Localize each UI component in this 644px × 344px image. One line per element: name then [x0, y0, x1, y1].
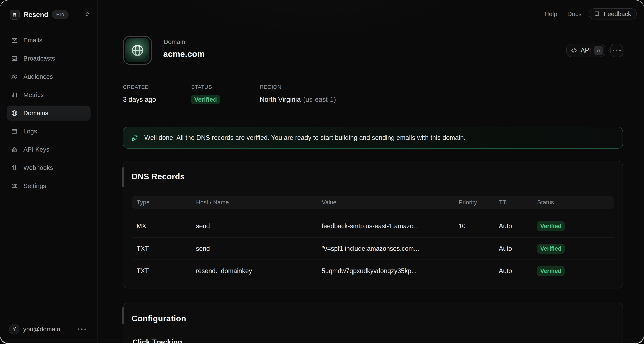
feedback-button[interactable]: Feedback — [589, 8, 637, 20]
column-value: Value — [322, 196, 336, 209]
table-row[interactable]: MX send feedback-smtp.us-east-1.amazo...… — [132, 215, 614, 237]
table-header: Type Host / Name Value Priority TTL Stat… — [132, 196, 614, 209]
success-banner: Well done! All the DNS records are verif… — [123, 127, 623, 148]
feedback-bubble-icon — [594, 11, 600, 17]
inbox-icon — [11, 55, 18, 62]
table-row[interactable]: TXT send "v=spf1 include:amazonses.com..… — [132, 237, 614, 260]
main-content: Help Docs Feedback Domain acme.com — [98, 0, 644, 343]
created-value: 3 days ago — [123, 95, 191, 104]
help-link[interactable]: Help — [544, 10, 558, 18]
region-code: (us-east-1) — [303, 96, 336, 104]
click-tracking-label: Click Tracking — [132, 338, 182, 343]
page-kicker: Domain — [164, 38, 185, 45]
sidebar-item-logs[interactable]: Logs — [7, 124, 90, 139]
docs-link[interactable]: Docs — [568, 10, 582, 18]
region-value: North Virginia — [260, 96, 301, 104]
rows-icon — [11, 128, 18, 135]
ellipsis-icon — [613, 50, 621, 51]
party-popper-icon — [131, 134, 139, 142]
mail-icon — [11, 37, 18, 44]
status-badge: Verified — [537, 221, 565, 231]
workspace-name: Resend — [24, 11, 48, 18]
user-email: you@domain.... — [23, 326, 67, 333]
domain-header: Domain acme.com API A — [123, 36, 623, 65]
topbar: Help Docs Feedback — [544, 8, 637, 20]
region-label: REGION — [260, 84, 336, 90]
sidebar-item-webhooks[interactable]: Webhooks — [7, 160, 90, 175]
sidebar-item-metrics[interactable]: Metrics — [7, 87, 90, 102]
card-indicator — [122, 167, 124, 187]
domain-globe-icon — [123, 36, 152, 65]
user-menu-ellipsis-icon[interactable] — [78, 328, 86, 330]
sidebar-nav: Emails Broadcasts Audiences Metrics — [7, 33, 90, 197]
column-type: Type — [137, 196, 150, 209]
arrows-up-down-icon — [11, 164, 18, 171]
column-priority: Priority — [458, 196, 477, 209]
dns-records-title: DNS Records — [132, 172, 185, 181]
column-ttl: TTL — [499, 196, 510, 209]
created-label: CREATED — [123, 84, 191, 90]
status-label: STATUS — [191, 84, 260, 90]
workspace-switcher[interactable]: Resend Pro — [10, 10, 90, 20]
users-icon — [11, 74, 18, 80]
globe-icon — [11, 110, 18, 116]
sidebar-item-domains[interactable]: Domains — [7, 106, 90, 120]
resend-r-icon — [12, 12, 17, 17]
column-status: Status — [537, 196, 554, 209]
domain-icon-glow — [125, 38, 150, 62]
header-actions: API A — [566, 44, 623, 57]
page-title: acme.com — [163, 49, 205, 59]
domain-meta: CREATED 3 days ago STATUS Verified REGIO… — [123, 84, 336, 104]
banner-text: Well done! All the DNS records are verif… — [144, 134, 466, 142]
lock-icon — [11, 146, 18, 153]
sidebar-item-audiences[interactable]: Audiences — [7, 69, 90, 84]
chevrons-up-down-icon[interactable] — [84, 11, 90, 18]
sidebar-item-emails[interactable]: Emails — [7, 33, 90, 48]
card-indicator — [122, 307, 124, 324]
user-menu[interactable]: Y you@domain.... — [9, 324, 90, 334]
resend-logo — [10, 10, 20, 20]
code-icon — [570, 47, 578, 54]
sidebar: Resend Pro Emails Broadcasts — [0, 0, 98, 343]
configuration-title: Configuration — [132, 314, 186, 323]
app-window: Resend Pro Emails Broadcasts — [0, 0, 644, 343]
more-options-button[interactable] — [610, 44, 623, 57]
api-button[interactable]: API A — [566, 44, 606, 57]
configuration-card: Configuration Click Tracking — [123, 302, 623, 343]
sidebar-item-settings[interactable]: Settings — [7, 178, 90, 194]
column-host: Host / Name — [196, 196, 229, 209]
table-row[interactable]: TXT resend._domainkey 5uqmdw7qpxudkyvdon… — [132, 260, 614, 282]
bar-chart-icon — [11, 92, 18, 98]
avatar: Y — [9, 324, 20, 334]
sidebar-item-broadcasts[interactable]: Broadcasts — [7, 51, 90, 66]
dns-records-card: DNS Records Type Host / Name Value Prior… — [123, 161, 623, 288]
status-badge: Verified — [191, 95, 220, 104]
status-badge: Verified — [537, 266, 565, 276]
keyboard-shortcut-badge: A — [594, 46, 603, 55]
table-body: MX send feedback-smtp.us-east-1.amazo...… — [132, 215, 614, 282]
sliders-icon — [11, 183, 18, 189]
sidebar-item-api-keys[interactable]: API Keys — [7, 142, 90, 157]
status-badge: Verified — [537, 244, 565, 254]
plan-badge: Pro — [52, 10, 68, 19]
